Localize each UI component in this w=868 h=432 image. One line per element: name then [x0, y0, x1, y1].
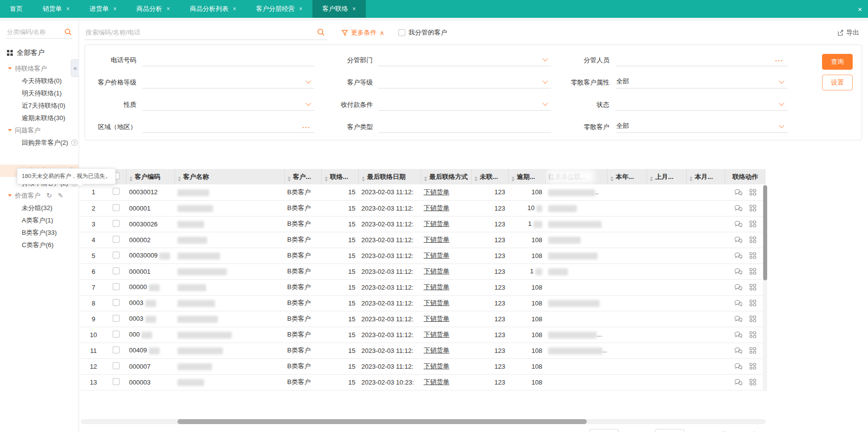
sidebar-item-回购异常客户2[interactable]: 回购异常客户(2)? [5, 136, 79, 149]
row-checkbox[interactable] [113, 267, 120, 274]
row-checkbox[interactable] [113, 315, 120, 322]
field-control[interactable] [379, 121, 551, 133]
apps-grid-icon[interactable] [749, 300, 756, 306]
last-contact-method-link[interactable]: 下销货单 [424, 378, 449, 386]
edit-icon[interactable]: ✎ [58, 192, 63, 199]
tab-客户联络[interactable]: 客户联络× [312, 0, 366, 18]
column-header-逾期...[interactable]: 逾期... [508, 169, 545, 184]
sort-icon[interactable] [512, 176, 515, 181]
close-icon[interactable]: × [66, 5, 70, 12]
apps-grid-icon[interactable] [749, 315, 756, 322]
triangle-down-icon[interactable] [8, 194, 12, 197]
row-checkbox[interactable] [113, 252, 120, 259]
chat-icon[interactable] [734, 315, 742, 322]
row-checkbox[interactable] [113, 236, 120, 243]
sort-icon[interactable] [610, 176, 613, 181]
last-contact-method-link[interactable]: 下销货单 [424, 346, 449, 354]
tab-首页[interactable]: 首页 [0, 0, 33, 18]
chat-icon[interactable] [734, 252, 742, 259]
field-control[interactable] [379, 76, 551, 88]
chevron-down-icon[interactable] [779, 122, 784, 128]
last-contact-method-link[interactable]: 下销货单 [424, 267, 449, 275]
search-icon[interactable] [64, 28, 72, 36]
field-control[interactable] [379, 54, 551, 66]
close-icon[interactable]: × [167, 5, 170, 12]
column-header-客户名称[interactable]: 客户名称 [174, 169, 284, 184]
tab-进货单[interactable]: 进货单× [80, 0, 127, 18]
chevron-down-icon[interactable] [542, 100, 548, 105]
row-checkbox[interactable] [113, 299, 120, 306]
sidebar-item-价值客户[interactable]: 价值客户↻✎ [5, 189, 79, 202]
tab-销货单[interactable]: 销货单× [33, 0, 80, 18]
sort-icon[interactable] [424, 176, 427, 181]
chat-icon[interactable] [734, 300, 742, 306]
sort-icon[interactable] [475, 176, 477, 181]
chat-icon[interactable] [734, 379, 742, 386]
field-control[interactable]: ... [615, 54, 787, 66]
field-control[interactable] [142, 54, 314, 66]
apps-grid-icon[interactable] [749, 205, 756, 212]
sidebar-item-all-customers[interactable]: 全部客户 [5, 43, 79, 62]
sort-icon[interactable] [288, 176, 291, 181]
sidebar-item-今天待联络0[interactable]: 今天待联络(0) [5, 75, 79, 87]
chevron-down-icon[interactable] [542, 55, 548, 61]
sort-icon[interactable] [362, 176, 365, 181]
field-control[interactable] [142, 98, 314, 111]
last-contact-method-link[interactable]: 下销货单 [424, 252, 449, 259]
tab-客户分层经营[interactable]: 客户分层经营× [246, 0, 312, 18]
chevron-down-icon[interactable] [306, 78, 311, 83]
tab-商品分析[interactable]: 商品分析× [127, 0, 180, 18]
close-icon[interactable]: × [299, 5, 303, 12]
per-page-select[interactable]: 50 [589, 429, 619, 432]
export-button[interactable]: 导出 [837, 28, 859, 37]
apps-grid-icon[interactable] [749, 379, 756, 386]
column-header-客户...[interactable]: 客户... [284, 169, 321, 184]
row-checkbox[interactable] [113, 362, 120, 369]
sidebar-search-input[interactable] [7, 29, 64, 36]
sidebar-item-问题客户[interactable]: 问题客户 [5, 124, 79, 136]
vertical-scrollbar[interactable] [763, 184, 767, 391]
sidebar-collapse-button[interactable]: « [71, 59, 79, 77]
vertical-scrollbar-thumb[interactable] [763, 185, 767, 280]
query-button[interactable]: 查询 [822, 54, 853, 70]
row-checkbox[interactable] [113, 188, 120, 195]
chat-icon[interactable] [734, 331, 742, 338]
chat-icon[interactable] [734, 220, 742, 227]
chevron-down-icon[interactable] [306, 100, 311, 105]
chat-icon[interactable] [734, 363, 742, 370]
sort-icon[interactable] [690, 176, 693, 181]
row-checkbox[interactable] [113, 283, 120, 290]
chevron-down-icon[interactable] [779, 78, 784, 83]
page-input[interactable] [655, 429, 685, 432]
column-header-本月...[interactable]: 本月... [686, 169, 725, 184]
sidebar-item-未分组32[interactable]: 未分组(32) [5, 202, 79, 214]
chat-icon[interactable] [734, 268, 742, 275]
last-contact-method-link[interactable]: 下销货单 [424, 188, 449, 196]
last-contact-method-link[interactable]: 下销货单 [424, 299, 449, 306]
settings-button[interactable]: 设置 [822, 75, 853, 90]
last-contact-method-link[interactable]: 下销货单 [424, 220, 449, 227]
sort-icon[interactable] [325, 176, 328, 181]
horizontal-scrollbar-thumb[interactable] [177, 419, 587, 424]
chat-icon[interactable] [734, 284, 742, 291]
apps-grid-icon[interactable] [749, 220, 756, 227]
column-header-上月...[interactable]: 上月... [647, 169, 686, 184]
close-icon[interactable]: × [233, 5, 236, 12]
column-header-最后联络日期[interactable]: 最后联络日期 [358, 169, 421, 184]
search-icon[interactable] [317, 28, 325, 36]
tab-商品分析列表[interactable]: 商品分析列表× [180, 0, 246, 18]
last-contact-method-link[interactable]: 下销货单 [424, 204, 449, 212]
checkbox-icon[interactable] [398, 29, 405, 36]
ellipsis-button[interactable]: ... [775, 58, 783, 61]
sidebar-item-近7天待联络0[interactable]: 近7天待联络(0) [5, 99, 79, 112]
field-control[interactable] [379, 98, 551, 111]
row-checkbox[interactable] [113, 378, 120, 385]
sidebar-item-明天待联络1[interactable]: 明天待联络(1) [5, 87, 79, 99]
sidebar-item-A类客户1[interactable]: A类客户(1) [5, 214, 79, 226]
last-contact-method-link[interactable]: 下销货单 [424, 315, 449, 322]
column-header-未联...[interactable]: 未联... [471, 169, 508, 184]
main-search-input[interactable] [86, 29, 317, 36]
column-header-最后联络方式[interactable]: 最后联络方式 [421, 169, 471, 184]
apps-grid-icon[interactable] [749, 284, 756, 291]
row-checkbox[interactable] [113, 346, 120, 353]
